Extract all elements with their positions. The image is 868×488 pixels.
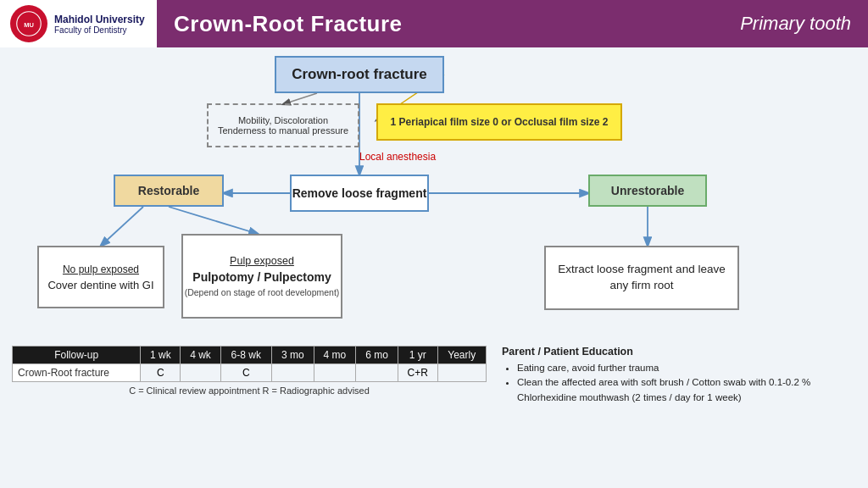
symptoms-box: Mobility, Discoloration Tenderness to ma… xyxy=(207,103,359,147)
title-bar: Crown-Root Fracture Primary tooth xyxy=(157,0,868,47)
col-header-1yr: 1 yr xyxy=(398,347,437,364)
pulp-box: Pulp exposed Pulpotomy / Pulpectomy (Dep… xyxy=(181,234,342,319)
col-header-label: Follow-up xyxy=(13,347,141,364)
local-anesthesia-label: Local anesthesia xyxy=(359,151,436,163)
cell-1yr: C+R xyxy=(398,364,437,382)
no-pulp-box: No pulp exposed Cover dentine with GI xyxy=(37,246,164,308)
film-box: 1 Periapical film size 0 or Occlusal fil… xyxy=(376,103,622,141)
edu-title: Parent / Patient Education xyxy=(502,346,856,358)
followup-area: Follow-up 1 wk 4 wk 6-8 wk 3 mo 4 mo 6 m… xyxy=(12,346,487,456)
col-header-3mo: 3 mo xyxy=(272,347,314,364)
followup-legend: C = Clinical review appointment R = Radi… xyxy=(12,385,487,396)
patient-education: Parent / Patient Education Eating care, … xyxy=(502,346,856,456)
restorable-box: Restorable xyxy=(114,175,224,207)
followup-tbody: Crown-Root fracture C C C+R xyxy=(13,364,487,382)
table-row: Crown-Root fracture C C C+R xyxy=(13,364,487,382)
university-logo: MU xyxy=(10,5,47,42)
remove-loose-box: Remove loose fragment xyxy=(290,175,429,212)
cell-yearly xyxy=(437,364,486,382)
cell-3mo xyxy=(272,364,314,382)
cell-1wk: C xyxy=(141,364,181,382)
page-title: Crown-Root Fracture xyxy=(174,11,403,37)
col-header-4wk: 4 wk xyxy=(181,347,220,364)
edu-item-1: Eating care, avoid further trauma xyxy=(517,361,856,375)
flowchart: Crown-root fracture Mobility, Discolorat… xyxy=(12,56,856,344)
faculty-name: Faculty of Dentistry xyxy=(54,25,145,35)
table-header-row: Follow-up 1 wk 4 wk 6-8 wk 3 mo 4 mo 6 m… xyxy=(13,347,487,364)
col-header-6mo: 6 mo xyxy=(356,347,398,364)
followup-table: Follow-up 1 wk 4 wk 6-8 wk 3 mo 4 mo 6 m… xyxy=(12,346,487,382)
cell-6-8wk: C xyxy=(220,364,271,382)
col-header-4mo: 4 mo xyxy=(314,347,356,364)
col-header-yearly: Yearly xyxy=(437,347,486,364)
logo-area: MU Mahidol University Faculty of Dentist… xyxy=(0,2,157,46)
cell-6mo xyxy=(356,364,398,382)
edu-item-2: Clean the affected area with soft brush … xyxy=(517,375,856,405)
row-label: Crown-Root fracture xyxy=(13,364,141,382)
extract-box: Extract loose fragment and leave any fir… xyxy=(544,246,739,310)
bottom-section: Follow-up 1 wk 4 wk 6-8 wk 3 mo 4 mo 6 m… xyxy=(12,346,856,456)
cell-4wk xyxy=(181,364,220,382)
university-name: Mahidol University xyxy=(54,14,145,25)
page-subtitle: Primary tooth xyxy=(740,13,851,35)
svg-text:MU: MU xyxy=(24,21,34,29)
svg-line-8 xyxy=(169,207,258,234)
edu-list: Eating care, avoid further trauma Clean … xyxy=(502,361,856,405)
col-header-6-8wk: 6-8 wk xyxy=(220,347,271,364)
crown-root-fracture-box: Crown-root fracture xyxy=(275,56,444,93)
col-header-1wk: 1 wk xyxy=(141,347,181,364)
header: MU Mahidol University Faculty of Dentist… xyxy=(0,0,868,47)
cell-4mo xyxy=(314,364,356,382)
svg-line-7 xyxy=(101,207,143,246)
unrestorable-box: Unrestorable xyxy=(588,175,707,207)
logo-text: Mahidol University Faculty of Dentistry xyxy=(54,14,145,35)
main-content: Crown-root fracture Mobility, Discolorat… xyxy=(0,47,868,488)
